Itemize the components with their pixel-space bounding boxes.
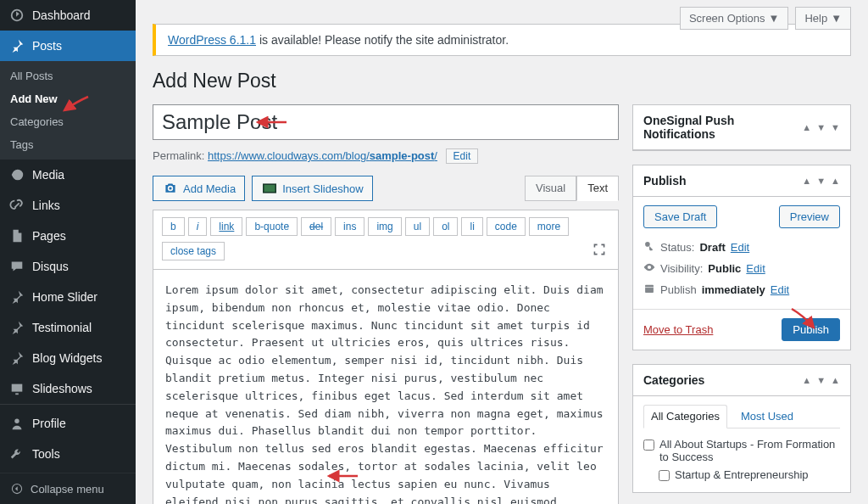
comment-icon xyxy=(8,258,25,275)
disqus-label: Disqus xyxy=(32,260,69,273)
qt-ins[interactable]: ins xyxy=(335,217,364,236)
pin-icon xyxy=(8,319,25,336)
help-button[interactable]: Help ▼ xyxy=(795,7,851,30)
qt-li[interactable]: li xyxy=(461,217,482,236)
qt-bold[interactable]: b xyxy=(162,217,185,236)
permalink-url[interactable]: https://www.cloudways.com/blog/sample-po… xyxy=(208,149,437,162)
post-content-textarea[interactable]: Lorem ipsum dolor sit amet, consectetur … xyxy=(153,270,618,504)
publish-title: Publish xyxy=(643,174,687,188)
toggle-icon[interactable]: ▼ xyxy=(831,122,840,132)
move-to-trash-link[interactable]: Move to Trash xyxy=(643,323,713,336)
qt-img[interactable]: img xyxy=(368,217,401,236)
sidebar-item-posts[interactable]: Posts xyxy=(0,31,136,61)
posts-submenu: All Posts Add New Categories Tags xyxy=(0,61,136,160)
sidebar-item-disqus[interactable]: Disqus xyxy=(0,251,136,282)
onesignal-title: OneSignal Push Notifications xyxy=(643,114,802,141)
sidebar-item-dashboard[interactable]: Dashboard xyxy=(0,0,136,31)
sidebar-item-testimonial[interactable]: Testimonial xyxy=(0,312,136,343)
move-up-icon[interactable]: ▲ xyxy=(802,176,811,186)
fullscreen-button[interactable] xyxy=(589,239,609,262)
help-label: Help xyxy=(804,12,827,25)
testimonial-label: Testimonial xyxy=(32,321,92,334)
qt-del[interactable]: del xyxy=(301,217,331,236)
save-draft-button[interactable]: Save Draft xyxy=(643,205,717,228)
move-up-icon[interactable]: ▲ xyxy=(802,122,811,132)
sidebar-sub-tags[interactable]: Tags xyxy=(0,133,136,156)
tab-most-used[interactable]: Most Used xyxy=(737,405,797,428)
notice-text: is available! Please notify the site adm… xyxy=(256,33,509,47)
sidebar-item-pages[interactable]: Pages xyxy=(0,221,136,251)
insert-slideshow-button[interactable]: Insert Slideshow xyxy=(252,176,372,201)
categories-title: Categories xyxy=(643,373,704,387)
move-up-icon[interactable]: ▲ xyxy=(802,375,811,385)
dashboard-icon xyxy=(8,7,25,24)
slideshows-label: Slideshows xyxy=(32,382,92,395)
sidebar-item-tools[interactable]: Tools xyxy=(0,439,136,469)
permalink-edit-button[interactable]: Edit xyxy=(446,148,479,164)
qt-italic[interactable]: i xyxy=(188,217,208,236)
collapse-icon xyxy=(8,480,25,497)
collapse-menu[interactable]: Collapse menu xyxy=(0,473,136,504)
qt-ul[interactable]: ul xyxy=(405,217,430,236)
sidebar-item-media[interactable]: Media xyxy=(0,160,136,190)
publish-button[interactable]: Publish xyxy=(782,318,840,341)
preview-button[interactable]: Preview xyxy=(779,205,840,228)
tab-all-categories[interactable]: All Categories xyxy=(643,405,727,428)
camera-icon xyxy=(162,180,179,197)
qt-blockquote[interactable]: b-quote xyxy=(246,217,298,236)
toggle-icon[interactable]: ▲ xyxy=(831,176,840,186)
link-icon xyxy=(8,197,25,214)
status-row: Status: Draft Edit xyxy=(643,237,840,258)
sidebar-item-home-slider[interactable]: Home Slider xyxy=(0,282,136,312)
pin-icon xyxy=(8,37,25,54)
category-label: All About Startups - From Formation to S… xyxy=(659,438,840,463)
qt-more[interactable]: more xyxy=(529,217,569,236)
qt-link[interactable]: link xyxy=(210,217,242,236)
edit-schedule-link[interactable]: Edit xyxy=(771,283,789,296)
category-checkbox[interactable] xyxy=(643,440,654,451)
permalink-row: Permalink: https://www.cloudways.com/blo… xyxy=(153,148,619,164)
category-checkbox[interactable] xyxy=(659,470,670,481)
tools-label: Tools xyxy=(32,447,60,461)
qt-ol[interactable]: ol xyxy=(433,217,458,236)
toggle-icon[interactable]: ▲ xyxy=(831,375,840,385)
post-title-input[interactable] xyxy=(153,104,619,140)
slideshow-label: Insert Slideshow xyxy=(282,182,363,195)
svg-rect-4 xyxy=(264,185,275,192)
schedule-row: Publish immediately Edit xyxy=(643,279,840,300)
page-icon xyxy=(8,227,25,244)
add-media-label: Add Media xyxy=(183,182,236,195)
edit-status-link[interactable]: Edit xyxy=(731,241,749,254)
sidebar-sub-add-new[interactable]: Add New xyxy=(0,87,136,110)
tab-text[interactable]: Text xyxy=(576,176,619,201)
qt-close-tags[interactable]: close tags xyxy=(162,242,225,260)
move-down-icon[interactable]: ▼ xyxy=(816,122,826,132)
page-title: Add New Post xyxy=(153,70,851,92)
category-item[interactable]: Startup & Entrepreneurship xyxy=(643,466,840,484)
category-item[interactable]: All About Startups - From Formation to S… xyxy=(643,435,840,466)
sidebar-item-links[interactable]: Links xyxy=(0,190,136,221)
wrench-icon xyxy=(8,445,25,462)
sidebar-item-blog-widgets[interactable]: Blog Widgets xyxy=(0,343,136,373)
sidebar-item-slideshows[interactable]: Slideshows xyxy=(0,373,136,404)
onesignal-box: OneSignal Push Notifications▲▼▼ xyxy=(632,104,851,151)
move-down-icon[interactable]: ▼ xyxy=(816,375,826,385)
qt-code[interactable]: code xyxy=(487,217,526,236)
category-list[interactable]: All About Startups - From Formation to S… xyxy=(643,435,840,484)
dropdown-icon: ▼ xyxy=(831,12,842,25)
move-down-icon[interactable]: ▼ xyxy=(816,176,826,186)
sidebar-sub-categories[interactable]: Categories xyxy=(0,110,136,133)
screen-options-button[interactable]: Screen Options ▼ xyxy=(680,7,788,30)
links-label: Links xyxy=(32,199,60,212)
tab-visual[interactable]: Visual xyxy=(525,176,576,201)
media-label: Media xyxy=(32,168,64,182)
category-label: Startup & Entrepreneurship xyxy=(675,468,809,481)
key-icon xyxy=(643,240,655,255)
sidebar-sub-all-posts[interactable]: All Posts xyxy=(0,64,136,87)
wordpress-version-link[interactable]: WordPress 6.1.1 xyxy=(168,33,256,47)
sidebar-item-profile[interactable]: Profile xyxy=(0,408,136,439)
add-media-button[interactable]: Add Media xyxy=(153,176,245,201)
profile-label: Profile xyxy=(32,417,66,430)
edit-visibility-link[interactable]: Edit xyxy=(746,262,765,275)
slideshow-icon xyxy=(261,180,278,197)
